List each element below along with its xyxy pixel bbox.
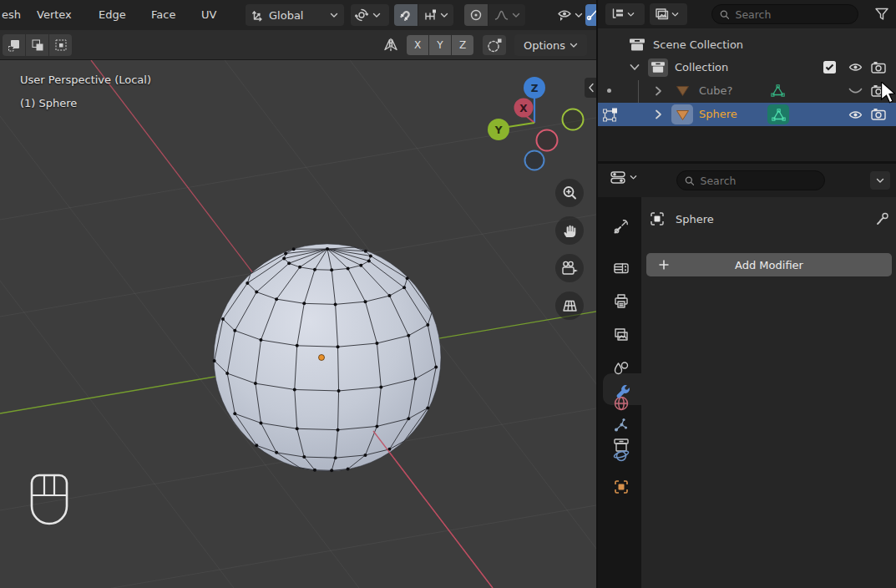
modifier-wrench-icon bbox=[614, 383, 631, 400]
tab-modifiers-active[interactable] bbox=[612, 381, 632, 401]
outliner-row-scene-collection[interactable]: Scene Collection bbox=[598, 33, 896, 56]
menu-mesh[interactable]: esh bbox=[0, 0, 23, 30]
tab-render[interactable] bbox=[611, 258, 631, 278]
filter-funnel-icon[interactable] bbox=[873, 6, 890, 23]
mesh-object-icon bbox=[676, 84, 690, 97]
chevron-down-icon bbox=[630, 175, 637, 180]
properties-breadcrumb: Sphere bbox=[645, 207, 895, 231]
proportional-falloff-dropdown[interactable] bbox=[488, 4, 525, 26]
hand-icon bbox=[561, 222, 578, 239]
options-dropdown[interactable]: Options bbox=[514, 34, 587, 56]
tab-object[interactable] bbox=[611, 477, 631, 497]
properties-tab-strip bbox=[598, 197, 641, 588]
magnifier-plus-icon bbox=[561, 185, 578, 201]
viewport-3d[interactable]: Z X Y User Perspective (Local) (1) Spher… bbox=[0, 60, 598, 588]
images-stack-icon bbox=[655, 8, 669, 21]
expand-chevron-right-icon[interactable] bbox=[655, 109, 662, 119]
collection-icon bbox=[650, 61, 666, 74]
collection-checkbox[interactable] bbox=[823, 61, 836, 74]
outliner-row-collection[interactable]: Collection bbox=[598, 56, 896, 79]
pan-button[interactable] bbox=[555, 216, 584, 245]
options-label: Options bbox=[524, 39, 565, 52]
zoom-button[interactable] bbox=[555, 179, 584, 207]
mesh-data-icon bbox=[772, 109, 786, 121]
collection-eye-icon[interactable] bbox=[848, 62, 863, 73]
view-layer-icon bbox=[613, 327, 630, 343]
mirror-x-toggle[interactable]: X bbox=[407, 35, 428, 55]
sphere-eye-icon[interactable] bbox=[848, 109, 863, 120]
show-gizmo-dropdown[interactable] bbox=[554, 4, 585, 26]
outliner-display-mode-dropdown[interactable] bbox=[605, 3, 645, 25]
expand-chevron-right-icon[interactable] bbox=[655, 86, 662, 96]
mirror-z-toggle[interactable]: Z bbox=[452, 35, 473, 55]
select-mode-extend-button[interactable] bbox=[26, 34, 48, 56]
scene-icon bbox=[613, 360, 630, 377]
menu-vertex[interactable]: Vertex bbox=[35, 0, 73, 30]
select-mode-new-button[interactable] bbox=[3, 34, 25, 56]
cube-eye-closed-icon[interactable] bbox=[848, 87, 863, 95]
chevron-left-icon bbox=[588, 83, 595, 93]
viewport-object-label: (1) Sphere bbox=[20, 97, 77, 109]
tab-view-layer[interactable] bbox=[611, 325, 631, 345]
gizmo-z-negative[interactable] bbox=[525, 151, 544, 170]
menu-uv[interactable]: UV bbox=[200, 0, 218, 30]
sphere-mesh-data-box bbox=[767, 104, 789, 124]
gizmo-y-axis-line bbox=[508, 123, 534, 127]
chevron-down-icon bbox=[512, 13, 520, 18]
blender-window: esh Vertex Edge Face UV Global bbox=[0, 0, 896, 588]
tab-scene[interactable] bbox=[611, 358, 631, 378]
select-extend-icon bbox=[30, 38, 45, 53]
outliner-filter-id-dropdown[interactable] bbox=[650, 3, 687, 25]
mouse-cursor bbox=[880, 82, 895, 104]
orientation-axes-icon bbox=[251, 8, 265, 22]
orthographic-toggle-button[interactable] bbox=[555, 291, 584, 320]
outliner-header bbox=[598, 0, 896, 28]
properties-search[interactable] bbox=[676, 170, 825, 190]
menu-edge[interactable]: Edge bbox=[97, 0, 128, 30]
sphere-mesh bbox=[213, 244, 441, 472]
panel-divider-horizontal[interactable] bbox=[598, 161, 896, 164]
transform-orientation-dropdown[interactable]: Global bbox=[246, 4, 344, 26]
tab-output[interactable] bbox=[611, 291, 631, 312]
falloff-curve-icon bbox=[494, 9, 509, 21]
outliner-search[interactable] bbox=[711, 4, 858, 24]
proportional-editing-button[interactable] bbox=[464, 4, 488, 26]
tab-physics[interactable] bbox=[611, 445, 631, 465]
sphere-camera-icon[interactable] bbox=[871, 108, 886, 120]
sphere-mesh-icon-box bbox=[671, 104, 693, 124]
tool-icon bbox=[613, 218, 630, 235]
render-camera-icon bbox=[613, 260, 630, 276]
chevron-down-icon bbox=[569, 43, 578, 48]
snap-with-dropdown[interactable] bbox=[418, 4, 453, 26]
snap-toggle-button[interactable] bbox=[394, 4, 418, 26]
expand-chevron-down-icon[interactable] bbox=[630, 63, 640, 71]
tab-particles[interactable] bbox=[611, 415, 631, 435]
collection-camera-icon[interactable] bbox=[871, 61, 886, 74]
pin-icon[interactable] bbox=[875, 211, 890, 226]
outliner-search-input[interactable] bbox=[735, 8, 850, 21]
editor-type-dropdown[interactable] bbox=[610, 170, 637, 185]
chevron-down-icon bbox=[372, 13, 381, 18]
navigation-gizmo[interactable]: Z X Y bbox=[488, 77, 584, 170]
chevron-down-icon bbox=[440, 13, 448, 18]
pivot-icon bbox=[355, 8, 368, 22]
chevron-down-icon bbox=[671, 12, 679, 18]
add-modifier-label: Add Modifier bbox=[646, 259, 892, 271]
gizmo-y-negative[interactable] bbox=[563, 109, 584, 130]
tab-tool[interactable] bbox=[611, 216, 631, 236]
panel-divider-vertical[interactable] bbox=[596, 0, 598, 588]
outliner-row-cube[interactable]: Cube? bbox=[598, 79, 896, 102]
select-mode-subtract-button[interactable] bbox=[49, 34, 72, 56]
menu-face[interactable]: Face bbox=[149, 0, 177, 30]
add-modifier-button[interactable]: Add Modifier bbox=[646, 253, 892, 276]
grid-icon bbox=[561, 297, 578, 314]
snap-increment-icon bbox=[423, 8, 437, 22]
pivot-point-dropdown[interactable] bbox=[351, 4, 389, 26]
gizmo-x-negative[interactable] bbox=[537, 130, 558, 151]
camera-view-button[interactable] bbox=[555, 254, 584, 282]
mirror-y-toggle[interactable]: Y bbox=[429, 35, 451, 55]
properties-search-input[interactable] bbox=[700, 175, 817, 187]
properties-options-dropdown[interactable] bbox=[870, 171, 890, 190]
outliner-row-sphere[interactable]: Sphere bbox=[598, 103, 896, 126]
proportional-projected-button[interactable] bbox=[483, 35, 506, 55]
